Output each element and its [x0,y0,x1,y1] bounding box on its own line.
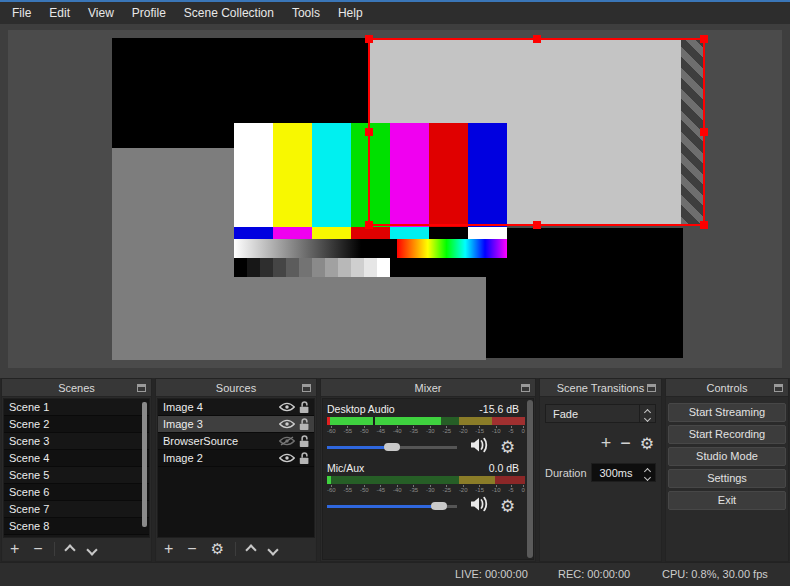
selection-handle-bottom-center[interactable] [533,221,541,229]
controls-panel-header[interactable]: Controls [666,379,788,397]
volume-slider[interactable] [327,441,457,453]
duration-spinbox[interactable]: 300ms [591,463,656,482]
lock-icon[interactable] [299,401,310,414]
sources-list: Image 4 Image 3 BrowserSource [157,398,315,539]
chevron-down-icon [267,544,278,555]
panel-dock-icon[interactable] [521,384,530,392]
meter-tick-label: -10 [492,426,501,434]
selection-handle-middle-left[interactable] [365,128,373,136]
visibility-eye-icon[interactable] [279,453,295,463]
exit-button[interactable]: Exit [668,491,786,510]
selection-handle-top-right[interactable] [700,35,708,43]
source-list-item[interactable]: Image 4 [158,399,314,416]
add-source-button[interactable]: + [157,539,180,559]
duration-value: 300ms [592,467,640,479]
panel-dock-icon[interactable] [647,384,656,392]
move-source-up-button[interactable] [240,539,262,559]
volume-slider-handle[interactable] [431,502,447,510]
mixer-scrollbar[interactable] [527,400,533,558]
selection-handle-middle-right[interactable] [700,128,708,136]
start-streaming-button[interactable]: Start Streaming [668,403,786,422]
remove-transition-button[interactable]: − [620,433,631,453]
add-scene-button[interactable]: + [3,539,26,559]
source-list-item[interactable]: BrowserSource [158,433,314,450]
visibility-eye-icon[interactable] [279,402,295,412]
volume-meter [327,417,525,425]
scenes-panel-title: Scenes [58,382,95,394]
channel-name: Mic/Aux [327,462,364,474]
transitions-panel-header[interactable]: Scene Transitions [540,379,661,397]
volume-slider[interactable] [327,500,457,512]
speaker-icon[interactable] [469,496,489,516]
meter-tick-label: -15 [475,426,484,434]
scene-list-item[interactable]: Scene 2 [4,416,149,433]
panel-dock-icon[interactable] [774,384,783,392]
selection-handle-bottom-left[interactable] [365,221,373,229]
toolbar-separator [235,542,236,556]
lock-icon[interactable] [299,435,310,448]
scene-list-item[interactable]: Scene 3 [4,433,149,450]
live-time-status: LIVE: 00:00:00 [455,568,528,580]
speaker-icon[interactable] [469,437,489,457]
selection-handle-bottom-right[interactable] [700,221,708,229]
preview-canvas[interactable] [0,24,790,378]
selection-border[interactable] [368,38,705,226]
move-scene-up-button[interactable] [59,539,81,559]
scene-list-item[interactable]: Scene 1 [4,399,149,416]
combo-arrows[interactable] [639,405,655,422]
scene-item-black-rect-bottom[interactable] [486,228,683,358]
scene-list-item[interactable]: Scene 6 [4,484,149,501]
lock-icon[interactable] [299,418,310,431]
scene-list-item[interactable]: Scene 7 [4,501,149,518]
remove-scene-button[interactable]: − [26,539,49,559]
meter-tick-label: -30 [426,426,435,434]
mixer-channel-desktop-audio: Desktop Audio -15.6 dB -60-55-50-45-40-3… [327,403,519,455]
transition-properties-gear-icon[interactable]: ⚙ [640,434,654,453]
menu-scene-collection[interactable]: Scene Collection [175,2,283,24]
source-list-item[interactable]: Image 2 [158,450,314,467]
volume-slider-handle[interactable] [384,443,400,451]
meter-tick-label: -20 [459,426,468,434]
menu-view[interactable]: View [79,2,123,24]
menu-tools[interactable]: Tools [283,2,329,24]
meter-tick-label: -25 [442,426,451,434]
start-recording-button[interactable]: Start Recording [668,425,786,444]
menu-profile[interactable]: Profile [123,2,175,24]
visibility-eye-icon[interactable] [279,419,295,429]
mixer-panel-title: Mixer [415,382,442,394]
channel-settings-gear-icon[interactable]: ⚙ [500,496,515,516]
sources-panel-title: Sources [216,382,256,394]
source-properties-gear-icon[interactable]: ⚙ [204,539,231,559]
panel-dock-icon[interactable] [302,384,311,392]
menu-help[interactable]: Help [329,2,372,24]
sources-panel-header[interactable]: Sources [156,379,316,397]
settings-button[interactable]: Settings [668,469,786,488]
menu-file[interactable]: File [3,2,40,24]
studio-mode-button[interactable]: Studio Mode [668,447,786,466]
mixer-panel-header[interactable]: Mixer [321,379,535,397]
panel-dock-icon[interactable] [137,384,146,392]
source-list-item-selected[interactable]: Image 3 [158,416,314,433]
visibility-eye-slash-icon[interactable] [279,436,295,446]
selection-handle-top-center[interactable] [533,35,541,43]
spin-down-icon[interactable] [644,474,651,481]
move-source-down-button[interactable] [262,539,284,559]
selection-handle-top-left[interactable] [365,35,373,43]
move-scene-down-button[interactable] [81,539,103,559]
scene-list-item[interactable]: Scene 4 [4,450,149,467]
meter-tick-label: -5 [508,426,513,434]
add-transition-button[interactable]: + [601,433,612,453]
scene-list-item[interactable]: Scene 5 [4,467,149,484]
remove-source-button[interactable]: − [180,539,203,559]
sources-toolbar: + − ⚙ [157,537,315,560]
lock-icon[interactable] [299,452,310,465]
channel-settings-gear-icon[interactable]: ⚙ [500,437,515,457]
controls-panel: Controls Start Streaming Start Recording… [665,378,789,562]
scene-list-item[interactable]: Scene 8 [4,518,149,535]
scenes-scrollbar[interactable] [142,402,147,527]
scenes-panel-header[interactable]: Scenes [2,379,151,397]
menu-edit[interactable]: Edit [40,2,79,24]
meter-tick-label: -45 [376,426,385,434]
transition-select[interactable]: Fade [545,404,656,423]
meter-tick-label: -5 [508,485,513,493]
